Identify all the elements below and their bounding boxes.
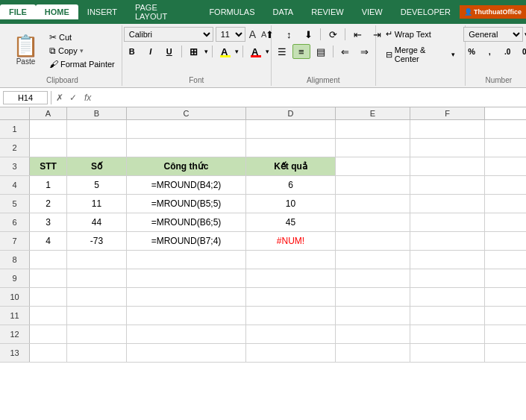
italic-button[interactable]: I <box>143 44 159 59</box>
cell-c7[interactable]: =MROUND(B7;4) <box>127 232 246 250</box>
cell-b3[interactable]: Số <box>67 157 127 175</box>
cell-a5[interactable]: 2 <box>30 195 67 213</box>
cell-e11[interactable] <box>336 307 410 325</box>
cell-f1[interactable] <box>410 120 485 138</box>
fill-dropdown-icon[interactable]: ▾ <box>235 48 239 55</box>
cell-d11[interactable] <box>246 307 336 325</box>
cell-d2[interactable] <box>246 139 336 157</box>
tab-developer[interactable]: DEVELOPER <box>392 4 460 19</box>
cell-c2[interactable] <box>127 139 246 157</box>
cell-d12[interactable] <box>246 325 336 343</box>
cell-f12[interactable] <box>410 325 485 343</box>
cell-e5[interactable] <box>336 195 410 213</box>
cell-c13[interactable] <box>127 344 246 362</box>
cell-b11[interactable] <box>67 307 127 325</box>
cell-b8[interactable] <box>67 251 127 269</box>
cell-e3[interactable] <box>336 157 410 175</box>
cell-c10[interactable] <box>127 288 246 306</box>
align-right-button[interactable]: ▤ <box>312 44 330 59</box>
paste-button[interactable]: 📋 Paste <box>7 34 44 68</box>
tab-review[interactable]: REVIEW <box>302 4 352 19</box>
cell-d7[interactable]: #NUM! <box>246 232 336 250</box>
wrap-text-button[interactable]: ↵ Wrap Text <box>381 27 436 41</box>
decrease-decimal-button[interactable]: 0. <box>517 44 526 59</box>
cell-c6[interactable]: =MROUND(B6;5) <box>127 213 246 231</box>
cell-d4[interactable]: 6 <box>246 176 336 194</box>
cell-d9[interactable] <box>246 269 336 287</box>
cell-c12[interactable] <box>127 325 246 343</box>
align-middle-button[interactable]: ↕ <box>280 27 298 42</box>
cell-a11[interactable] <box>30 307 67 325</box>
cell-c11[interactable] <box>127 307 246 325</box>
cell-f8[interactable] <box>410 251 485 269</box>
name-box[interactable] <box>3 91 48 104</box>
cell-a7[interactable]: 4 <box>30 232 67 250</box>
thousands-button[interactable]: , <box>481 44 498 59</box>
tab-page-layout[interactable]: PAGE LAYOUT <box>126 0 200 24</box>
cell-b13[interactable] <box>67 344 127 362</box>
ltr-button[interactable]: ⇒ <box>356 44 374 59</box>
cell-e9[interactable] <box>336 269 410 287</box>
cell-e10[interactable] <box>336 288 410 306</box>
cell-e1[interactable] <box>336 120 410 138</box>
cell-f13[interactable] <box>410 344 485 362</box>
cell-d5[interactable]: 10 <box>246 195 336 213</box>
confirm-formula-button[interactable]: ✓ <box>68 93 78 103</box>
cell-e7[interactable] <box>336 232 410 250</box>
copy-dropdown-icon[interactable]: ▾ <box>80 47 84 54</box>
merge-dropdown-icon[interactable]: ▾ <box>451 51 455 58</box>
align-bottom-button[interactable]: ⬇ <box>299 27 317 42</box>
cell-c8[interactable] <box>127 251 246 269</box>
fill-color-button[interactable]: A <box>216 44 233 59</box>
cell-d1[interactable] <box>246 120 336 138</box>
cell-d13[interactable] <box>246 344 336 362</box>
cell-b1[interactable] <box>67 120 127 138</box>
cell-b12[interactable] <box>67 325 127 343</box>
border-button[interactable]: ⊞ <box>186 44 202 59</box>
cell-c1[interactable] <box>127 120 246 138</box>
cell-f4[interactable] <box>410 176 485 194</box>
cell-f10[interactable] <box>410 288 485 306</box>
font-family-select[interactable]: Calibri <box>124 27 213 42</box>
cell-e12[interactable] <box>336 325 410 343</box>
cell-b9[interactable] <box>67 269 127 287</box>
indent-decrease-button[interactable]: ⇤ <box>348 27 366 42</box>
tab-formulas[interactable]: FORMULAS <box>200 4 263 19</box>
cell-f3[interactable] <box>410 157 485 175</box>
border-dropdown-icon[interactable]: ▾ <box>204 48 208 55</box>
cell-e4[interactable] <box>336 176 410 194</box>
cell-f11[interactable] <box>410 307 485 325</box>
rtl-button[interactable]: ⇐ <box>336 44 354 59</box>
cell-a1[interactable] <box>30 120 67 138</box>
cell-b6[interactable]: 44 <box>67 213 127 231</box>
align-left-button[interactable]: ☰ <box>273 44 291 59</box>
cell-f5[interactable] <box>410 195 485 213</box>
cell-d10[interactable] <box>246 288 336 306</box>
cell-f7[interactable] <box>410 232 485 250</box>
cell-f9[interactable] <box>410 269 485 287</box>
cell-a13[interactable] <box>30 344 67 362</box>
percent-button[interactable]: % <box>463 44 480 59</box>
cell-b10[interactable] <box>67 288 127 306</box>
cell-a12[interactable] <box>30 325 67 343</box>
tab-data[interactable]: DATA <box>264 4 303 19</box>
cell-d6[interactable]: 45 <box>246 213 336 231</box>
cell-d8[interactable] <box>246 251 336 269</box>
cell-e2[interactable] <box>336 139 410 157</box>
cell-a10[interactable] <box>30 288 67 306</box>
cell-c9[interactable] <box>127 269 246 287</box>
cell-b5[interactable]: 11 <box>67 195 127 213</box>
cell-b7[interactable]: -73 <box>67 232 127 250</box>
align-top-button[interactable]: ⬆ <box>260 27 278 42</box>
cell-c3[interactable]: Công thức <box>127 157 246 175</box>
merge-center-button[interactable]: ⊟ Merge & Center ▾ <box>381 43 460 66</box>
font-size-select[interactable]: 11 <box>216 27 245 42</box>
cell-b2[interactable] <box>67 139 127 157</box>
tab-view[interactable]: VIEW <box>353 4 392 19</box>
bold-button[interactable]: B <box>124 44 140 59</box>
cell-c5[interactable]: =MROUND(B5;5) <box>127 195 246 213</box>
cell-e13[interactable] <box>336 344 410 362</box>
cell-b4[interactable]: 5 <box>67 176 127 194</box>
increase-decimal-button[interactable]: .0 <box>499 44 516 59</box>
copy-button[interactable]: ⧉ Copy ▾ <box>47 45 117 57</box>
